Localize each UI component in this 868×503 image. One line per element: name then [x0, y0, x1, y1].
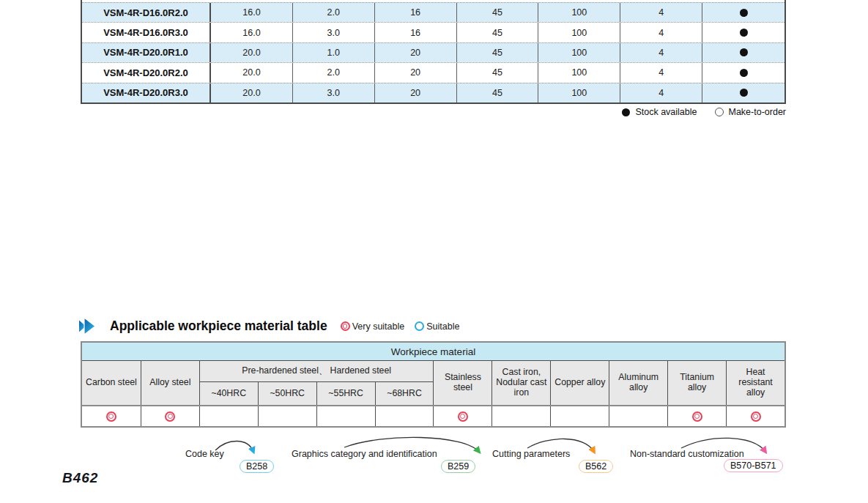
section-title: Applicable workpiece material table — [110, 318, 327, 334]
suitable-label: Suitable — [426, 321, 459, 332]
workpiece-material-table: Workpiece material Carbon steel Alloy st… — [81, 341, 786, 428]
stock-cell — [702, 63, 784, 82]
column-header-40hrc: ~40HRC — [199, 382, 258, 405]
value-cell: 4 — [620, 83, 702, 103]
suitability-cell-copper-alloy — [550, 406, 609, 426]
section-heading: Applicable workpiece material table Very… — [79, 318, 459, 335]
filled-circle-icon — [622, 108, 630, 116]
page-ref-badge-b259[interactable]: B259 — [441, 460, 475, 473]
curved-arrow-icon — [214, 436, 261, 458]
value-cell: 100 — [538, 83, 620, 103]
suitability-cell-55hrc — [316, 406, 375, 426]
stock-available-dot-icon — [740, 69, 748, 77]
stock-legend: Stock available Make-to-order — [81, 107, 786, 117]
column-header-copper-alloy: Copper alloy — [550, 361, 609, 405]
stock-available-label: Stock available — [635, 107, 697, 117]
model-cell: VSM-4R-D16.0R3.0 — [82, 23, 211, 42]
stock-cell — [702, 83, 784, 103]
product-table: VSM-4R-D16.0R2.0 16.0 2.0 16 45 100 4 VS… — [81, 0, 786, 104]
suitability-cell-50hrc — [258, 406, 316, 426]
table-row: VSM-4R-D20.0R3.0 20.0 3.0 20 45 100 4 — [82, 83, 784, 103]
suitability-legend: Very suitable Suitable — [341, 321, 460, 332]
suitability-cell-40hrc — [199, 406, 258, 426]
column-header-cast-iron: Cast iron, Nodular cast iron — [492, 361, 550, 405]
table-row: VSM-4R-D20.0R1.0 20.0 1.0 20 45 100 4 — [82, 42, 784, 62]
column-header-55hrc: ~55HRC — [316, 382, 375, 405]
value-cell: 16 — [375, 23, 457, 42]
suitability-cell-cast-iron — [492, 406, 550, 426]
stock-cell — [702, 43, 784, 62]
value-cell: 45 — [457, 3, 539, 22]
value-cell: 45 — [457, 83, 539, 103]
stock-available-legend-item: Stock available — [622, 107, 697, 117]
make-to-order-label: Make-to-order — [729, 107, 787, 117]
table-row: VSM-4R-D20.0R2.0 20.0 2.0 20 45 100 4 — [82, 62, 784, 82]
very-suitable-mark-icon — [692, 411, 702, 422]
model-cell: VSM-4R-D16.0R2.0 — [82, 3, 211, 22]
value-cell: 20.0 — [211, 43, 293, 62]
open-circle-icon — [715, 108, 724, 116]
value-cell: 20.0 — [211, 63, 293, 82]
column-header-aluminum-alloy: Aluminum alloy — [609, 361, 667, 405]
table-row: VSM-4R-D16.0R3.0 16.0 3.0 16 45 100 4 — [82, 22, 784, 42]
very-suitable-legend-item: Very suitable — [341, 321, 405, 332]
very-suitable-double-circle-icon — [341, 321, 350, 331]
value-cell: 100 — [538, 3, 620, 22]
model-cell: VSM-4R-D20.0R2.0 — [82, 63, 211, 82]
value-cell: 45 — [457, 63, 539, 82]
value-cell: 3.0 — [293, 83, 375, 103]
workpiece-suitability-row — [82, 405, 784, 426]
column-header-titanium-alloy: Titanium alloy — [667, 361, 726, 405]
suitability-cell-titanium-alloy — [667, 406, 726, 426]
page-number: B462 — [62, 470, 98, 486]
suitable-legend-item: Suitable — [415, 321, 459, 332]
curved-arrow-icon — [526, 436, 599, 458]
value-cell: 100 — [538, 23, 620, 42]
value-cell: 16 — [375, 3, 457, 22]
stock-cell — [702, 23, 784, 42]
stock-available-dot-icon — [740, 48, 748, 56]
suitability-cell-68hrc — [375, 406, 434, 426]
curved-arrow-icon — [680, 436, 771, 458]
model-cell: VSM-4R-D20.0R3.0 — [82, 83, 211, 103]
very-suitable-mark-icon — [458, 411, 468, 422]
double-chevron-icon — [79, 318, 101, 335]
suitability-cell-aluminum-alloy — [609, 406, 667, 426]
very-suitable-mark-icon — [106, 411, 116, 422]
value-cell: 16.0 — [211, 3, 293, 22]
suitability-cell-stainless-steel — [433, 406, 492, 426]
stock-available-dot-icon — [740, 29, 748, 37]
value-cell: 16.0 — [211, 23, 293, 42]
value-cell: 20.0 — [211, 83, 293, 103]
workpiece-table-header: Carbon steel Alloy steel Pre-hardened st… — [82, 361, 784, 405]
column-header-carbon-steel: Carbon steel — [82, 361, 141, 405]
value-cell: 20 — [375, 83, 457, 103]
workpiece-table-title: Workpiece material — [82, 343, 784, 361]
column-header-alloy-steel: Alloy steel — [141, 361, 199, 405]
value-cell: 20 — [375, 43, 457, 62]
stock-cell — [702, 3, 784, 22]
column-header-50hrc: ~50HRC — [258, 382, 316, 405]
page-ref-badge-b570-b571[interactable]: B570-B571 — [724, 459, 783, 472]
suitability-cell-carbon-steel — [82, 406, 141, 426]
model-cell: VSM-4R-D20.0R1.0 — [82, 43, 211, 62]
value-cell: 45 — [457, 23, 539, 42]
stock-available-dot-icon — [740, 9, 748, 17]
curved-arrow-icon — [343, 435, 486, 457]
suitability-cell-heat-resistant-alloy — [726, 406, 784, 426]
table-row: VSM-4R-D16.0R2.0 16.0 2.0 16 45 100 4 — [82, 2, 784, 22]
stock-available-dot-icon — [740, 89, 748, 97]
column-header-stainless-steel: Stainless steel — [433, 361, 492, 405]
column-header-heat-resistant-alloy: Heat resistant alloy — [726, 361, 784, 405]
very-suitable-label: Very suitable — [352, 321, 405, 332]
make-to-order-legend-item: Make-to-order — [715, 107, 787, 117]
value-cell: 20 — [375, 63, 457, 82]
value-cell: 2.0 — [293, 63, 375, 82]
value-cell: 4 — [620, 63, 702, 82]
page-ref-badge-b562[interactable]: B562 — [579, 460, 613, 473]
value-cell: 2.0 — [293, 3, 375, 22]
value-cell: 45 — [457, 43, 539, 62]
value-cell: 4 — [620, 3, 702, 22]
page-ref-badge-b258[interactable]: B258 — [240, 460, 274, 473]
suitable-circle-icon — [415, 321, 424, 331]
